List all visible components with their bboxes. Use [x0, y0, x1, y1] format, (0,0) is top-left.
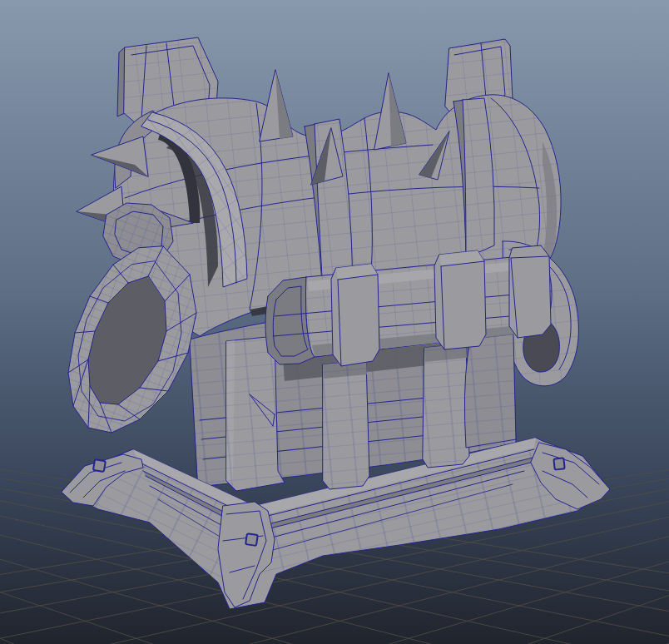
metal-buckle: [245, 533, 258, 546]
front-slat-mid[interactable]: [323, 360, 369, 489]
strap-collar-left: [331, 264, 379, 366]
strap-collar-mid: [434, 250, 486, 349]
front-slat-right[interactable]: [423, 344, 469, 468]
strap-collar-right: [509, 245, 551, 338]
metal-buckle: [93, 459, 106, 472]
metal-buckle: [553, 458, 564, 469]
3d-viewport[interactable]: [0, 0, 669, 644]
